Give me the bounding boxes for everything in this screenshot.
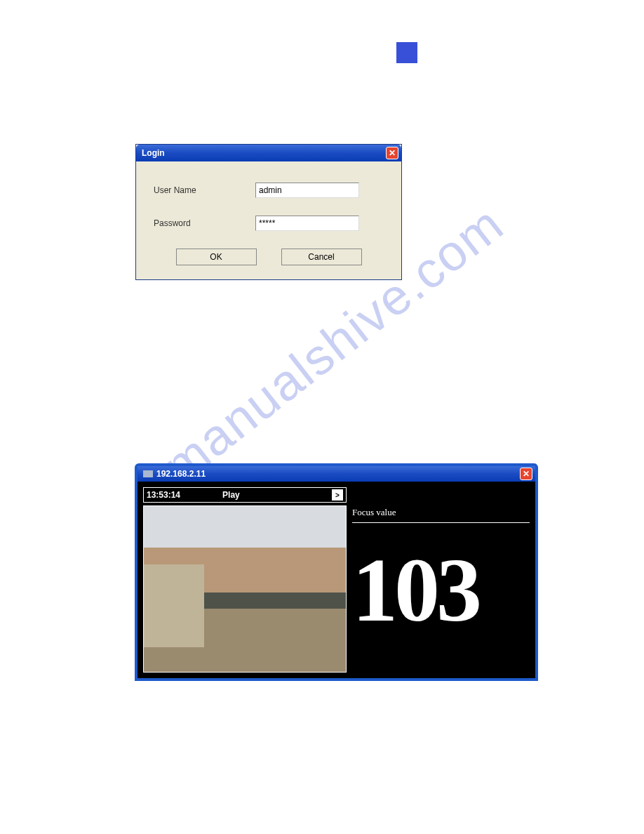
login-title: Login: [142, 148, 165, 158]
video-right-panel: Focus value 103: [352, 487, 530, 673]
close-icon: ✕: [389, 148, 396, 158]
video-content: [144, 564, 204, 647]
close-button[interactable]: ✕: [386, 147, 398, 159]
video-close-button[interactable]: ✕: [520, 468, 532, 480]
focus-label: Focus value: [352, 507, 530, 523]
decorative-square: [396, 42, 417, 63]
button-row: OK Cancel: [154, 249, 384, 265]
close-icon: ✕: [523, 469, 530, 479]
video-titlebar: 192.168.2.11 ✕: [137, 466, 535, 482]
username-label: User Name: [154, 185, 255, 195]
expand-button[interactable]: >: [332, 489, 343, 501]
focus-value: 103: [352, 544, 530, 635]
video-frame: [143, 505, 347, 673]
login-dialog: Login ✕ User Name Password OK Cancel: [135, 144, 402, 280]
username-input[interactable]: [255, 183, 359, 198]
video-status: Play: [222, 490, 332, 500]
cancel-button[interactable]: Cancel: [281, 249, 362, 265]
password-row: Password: [154, 216, 384, 231]
video-left-panel: 13:53:14 Play >: [143, 487, 347, 673]
video-ip-address: 192.168.2.11: [156, 469, 206, 479]
video-time: 13:53:14: [147, 490, 222, 500]
camera-icon: [143, 470, 153, 477]
login-titlebar: Login ✕: [136, 145, 401, 161]
login-body: User Name Password OK Cancel: [136, 161, 401, 279]
password-input[interactable]: [255, 216, 359, 231]
video-statusbar: 13:53:14 Play >: [143, 487, 347, 503]
username-row: User Name: [154, 183, 384, 198]
video-title: 192.168.2.11: [143, 469, 206, 479]
video-window: 192.168.2.11 ✕ 13:53:14 Play > Focus val…: [135, 463, 538, 681]
password-label: Password: [154, 218, 255, 228]
ok-button[interactable]: OK: [176, 249, 257, 265]
video-body: 13:53:14 Play > Focus value 103: [137, 482, 535, 678]
chevron-right-icon: >: [335, 491, 340, 499]
